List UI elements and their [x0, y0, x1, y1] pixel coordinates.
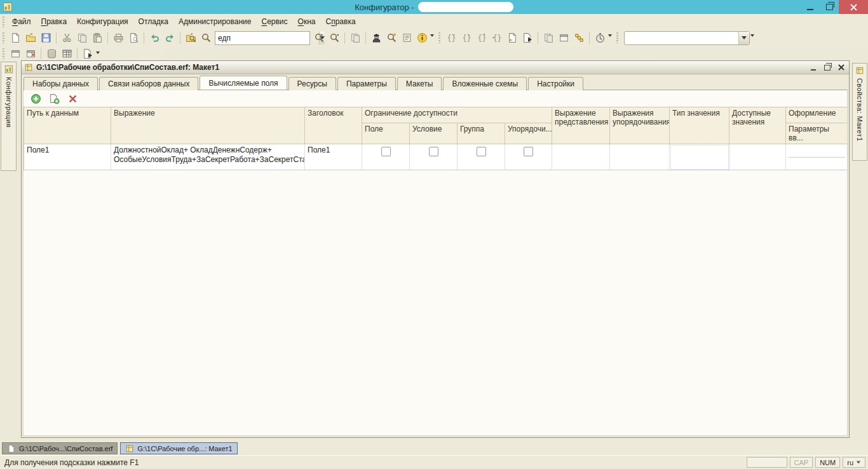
- col-header-restriction-order[interactable]: Упорядочи...: [505, 123, 552, 144]
- toolbar-grip[interactable]: [3, 48, 4, 59]
- cell-ordering[interactable]: [610, 144, 670, 170]
- menu-configuration[interactable]: Конфигурация: [72, 15, 133, 28]
- syntax-check-button[interactable]: [369, 31, 384, 45]
- copy-fragment-button[interactable]: [541, 31, 556, 45]
- panel-tab-configuration[interactable]: Конфигурация: [1, 62, 17, 171]
- toolbar-grip[interactable]: [616, 32, 618, 43]
- cell-appearance[interactable]: [786, 144, 848, 170]
- doc-minimize-button[interactable]: [808, 63, 818, 72]
- menu-tools[interactable]: Сервис: [257, 15, 292, 28]
- toolbar-grip[interactable]: [438, 32, 440, 43]
- measure-time-button[interactable]: [592, 31, 607, 45]
- quick-select-input[interactable]: [625, 32, 738, 44]
- window-tab-spisostav[interactable]: G:\1C\Рабоч...\СпиСостав.erf: [2, 442, 118, 454]
- cell-restriction-field[interactable]: [362, 144, 410, 170]
- tab-resources[interactable]: Ресурсы: [288, 77, 336, 90]
- module-run-button[interactable]: [80, 46, 95, 60]
- panel-tab-properties[interactable]: Свойства: Макет1: [852, 63, 867, 161]
- print-button[interactable]: [111, 31, 126, 45]
- step-over-button[interactable]: [459, 31, 474, 45]
- show-module-button[interactable]: [520, 31, 535, 45]
- order-checkbox[interactable]: [524, 147, 533, 156]
- delete-button[interactable]: [66, 92, 79, 105]
- field-checkbox[interactable]: [381, 147, 391, 156]
- close-button[interactable]: [839, 0, 868, 14]
- menu-debug[interactable]: Отладка: [134, 15, 173, 28]
- paste-button[interactable]: [90, 31, 105, 45]
- menu-help[interactable]: Справка: [321, 15, 360, 28]
- cut-button[interactable]: [59, 31, 74, 45]
- module-dropdown-caret[interactable]: [96, 51, 100, 54]
- appearance-subcell-bottom[interactable]: [789, 158, 845, 168]
- tab-data-set-links[interactable]: Связи наборов данных: [99, 77, 198, 90]
- col-header-restriction-field[interactable]: Поле: [362, 123, 410, 144]
- cell-available-values[interactable]: [729, 144, 786, 170]
- find-in-files-button[interactable]: [183, 31, 198, 45]
- condition-checkbox[interactable]: [429, 147, 438, 156]
- menu-file[interactable]: Файл: [8, 15, 36, 28]
- templates-button[interactable]: [399, 31, 414, 45]
- properties-window-button[interactable]: [556, 31, 571, 45]
- tab-calculated-fields[interactable]: Вычисляемые поля: [200, 76, 287, 90]
- cell-expression[interactable]: ДолжностнойОклад+ ОкладДенежнСодерж+ Осо…: [111, 144, 305, 170]
- find-previous-button[interactable]: [327, 31, 342, 45]
- tab-nested-schemas[interactable]: Вложенные схемы: [443, 77, 527, 90]
- toolbar-overflow-caret[interactable]: [750, 34, 754, 37]
- print-preview-button[interactable]: [126, 31, 141, 45]
- menu-edit[interactable]: Правка: [37, 15, 72, 28]
- search-button[interactable]: [198, 31, 214, 45]
- add-copy-button[interactable]: [48, 92, 60, 105]
- group-checkbox[interactable]: [477, 147, 486, 156]
- cell-value-type-selected[interactable]: [670, 144, 729, 170]
- window-list-button[interactable]: [8, 46, 23, 60]
- cell-restriction-order[interactable]: [505, 144, 552, 170]
- find-in-modules-button[interactable]: [384, 31, 399, 45]
- col-header-appearance[interactable]: Оформление: [786, 107, 848, 123]
- cell-data-path[interactable]: Поле1: [24, 144, 111, 170]
- minimize-button[interactable]: [801, 0, 820, 14]
- cell-restriction-condition[interactable]: [410, 144, 458, 170]
- close-window-button[interactable]: [23, 46, 38, 60]
- search-input[interactable]: [215, 32, 319, 44]
- menu-windows[interactable]: Окна: [294, 15, 320, 28]
- col-header-restriction-group[interactable]: Группа: [458, 123, 505, 144]
- copy-button[interactable]: [74, 31, 90, 45]
- chain-links-button[interactable]: [571, 31, 587, 45]
- new-document-button[interactable]: [8, 31, 23, 45]
- status-language[interactable]: ru: [843, 457, 865, 468]
- col-header-ordering[interactable]: Выражения упорядочивания: [610, 107, 670, 144]
- cell-presentation[interactable]: [552, 144, 610, 170]
- quick-select-combobox[interactable]: [624, 31, 750, 45]
- measure-dropdown-caret[interactable]: [608, 34, 612, 37]
- find-next-button[interactable]: [311, 31, 327, 45]
- col-header-restriction-condition[interactable]: Условие: [410, 123, 458, 144]
- tab-parameters[interactable]: Параметры: [337, 77, 396, 90]
- tab-templates[interactable]: Макеты: [397, 77, 442, 90]
- quick-select-dropdown-button[interactable]: [738, 32, 749, 44]
- tab-data-sets[interactable]: Наборы данных: [24, 77, 98, 90]
- col-header-restriction[interactable]: Ограничение доступности: [362, 107, 552, 123]
- clone-window-button[interactable]: [348, 31, 363, 45]
- col-header-title[interactable]: Заголовок: [305, 107, 362, 144]
- col-header-available-values[interactable]: Доступные значения: [729, 107, 786, 144]
- run-to-cursor-button[interactable]: [489, 31, 505, 45]
- col-header-expression[interactable]: Выражение: [111, 107, 305, 144]
- undo-button[interactable]: [147, 31, 162, 45]
- col-header-value-type[interactable]: Тип значения: [670, 107, 729, 144]
- step-into-button[interactable]: [444, 31, 459, 45]
- step-out-button[interactable]: [474, 31, 489, 45]
- save-button[interactable]: [38, 31, 53, 45]
- add-button[interactable]: [29, 92, 42, 105]
- col-header-appearance-params[interactable]: Параметры вв...: [786, 123, 848, 144]
- doc-restore-button[interactable]: [822, 63, 832, 72]
- appearance-subcell-top[interactable]: [789, 146, 845, 158]
- continue-button[interactable]: [505, 31, 520, 45]
- doc-close-button[interactable]: [836, 63, 846, 72]
- toolbar-grip[interactable]: [3, 32, 4, 43]
- info-button[interactable]: [414, 31, 430, 45]
- restore-button[interactable]: [820, 0, 839, 14]
- search-combobox[interactable]: [215, 31, 310, 45]
- menubar-grip[interactable]: [3, 17, 4, 27]
- table-button[interactable]: [59, 46, 74, 60]
- open-button[interactable]: [23, 31, 38, 45]
